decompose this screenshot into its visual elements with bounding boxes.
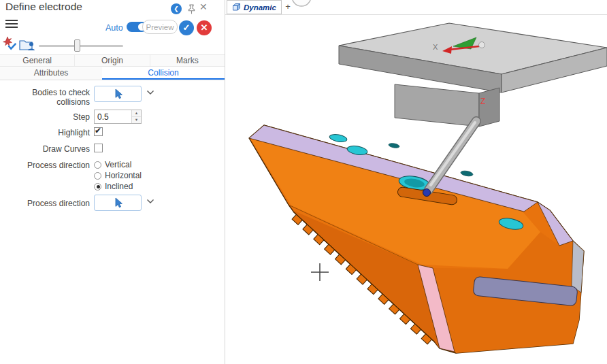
slider-handle[interactable]	[74, 39, 80, 52]
axis-x-label: X	[433, 43, 438, 51]
draw-curves-label: Draw Curves	[0, 144, 90, 154]
tool-tip	[423, 189, 431, 197]
cancel-x-icon: ✕	[201, 22, 208, 33]
slider-track	[39, 45, 123, 47]
define-electrode-panel: Define electrode ❮ ✕ Auto Preview ✓ ✕	[0, 0, 225, 364]
process-direction-label: Process direction	[0, 161, 90, 170]
electrode-hole	[461, 170, 474, 177]
app-window: Define electrode ❮ ✕ Auto Preview ✓ ✕	[0, 0, 607, 364]
spin-down-icon[interactable]: ▼	[132, 117, 141, 123]
tab-collision[interactable]: Collision	[102, 67, 225, 80]
pin-icon[interactable]	[187, 4, 196, 14]
pick-cursor-icon	[114, 88, 122, 99]
radio-vertical[interactable]: Vertical	[94, 160, 131, 169]
viewport-tab-bar: Dynamic +	[225, 0, 607, 15]
bodies-pick-button[interactable]	[94, 86, 142, 102]
tab-origin[interactable]: Origin	[75, 55, 150, 66]
process-chevron-icon[interactable]	[146, 199, 154, 204]
auto-label: Auto	[105, 23, 123, 33]
radio-horizontal-circle[interactable]	[94, 172, 101, 180]
cursor-crosshair	[311, 263, 329, 281]
spin-up-icon[interactable]: ▲	[132, 110, 141, 117]
checkmark-icon: ✔	[95, 126, 101, 135]
tab-group-sub: Attributes Collision	[0, 67, 225, 80]
edge-grey-strip	[572, 241, 584, 293]
tab-group-main: General Origin Marks	[0, 54, 225, 67]
electrode-part[interactable]	[249, 125, 584, 353]
radio-vertical-circle[interactable]	[94, 161, 101, 169]
electrode-library-icon[interactable]	[19, 38, 36, 52]
bodies-label-line2: collisions	[0, 97, 90, 107]
radio-horizontal[interactable]: Horizontal	[94, 171, 142, 180]
electrode-hole	[329, 133, 347, 143]
preview-button[interactable]: Preview	[142, 20, 178, 34]
view-compass-partial[interactable]	[289, 0, 314, 12]
highlight-label: Highlight	[0, 128, 90, 137]
cancel-button[interactable]: ✕	[197, 20, 212, 35]
collapse-panel-button[interactable]: ❮	[171, 3, 182, 14]
radio-inclined-circle[interactable]	[94, 183, 101, 191]
electrode-hole	[389, 143, 400, 149]
draw-curves-checkbox[interactable]	[94, 144, 103, 152]
step-spinner: ▲ ▼	[131, 110, 141, 123]
panel-title: Define electrode	[5, 1, 82, 13]
electrode-check-icon[interactable]	[2, 36, 19, 52]
origin-sphere	[479, 42, 485, 48]
radio-inclined[interactable]: Inclined	[94, 182, 133, 191]
tab-dynamic-label: Dynamic	[244, 3, 276, 12]
workpiece-plate[interactable]	[339, 23, 607, 93]
confirm-check-icon: ✓	[183, 22, 191, 33]
process-pick-button[interactable]	[94, 195, 142, 211]
tab-dynamic[interactable]: Dynamic	[227, 0, 282, 14]
pick-cursor-icon	[114, 197, 122, 208]
viewport-3d: X Z	[225, 15, 607, 364]
tab-marks[interactable]: Marks	[150, 55, 225, 66]
confirm-button[interactable]: ✓	[179, 20, 194, 35]
back-arrow-icon: ❮	[174, 5, 179, 12]
highlight-checkbox[interactable]: ✔	[94, 127, 103, 136]
step-field: ▲ ▼	[94, 110, 142, 124]
step-input[interactable]	[95, 110, 131, 123]
bodies-label-line1: Bodies to check	[0, 88, 90, 97]
cube-icon	[232, 3, 241, 12]
step-label: Step	[0, 112, 90, 122]
tab-general[interactable]: General	[0, 55, 75, 66]
tab-attributes[interactable]: Attributes	[0, 67, 102, 80]
close-icon[interactable]: ✕	[199, 1, 208, 12]
transparency-slider[interactable]	[39, 39, 123, 52]
process-direction2-label: Process direction	[0, 199, 90, 208]
bodies-chevron-icon[interactable]	[146, 90, 154, 95]
axis-z-label: Z	[480, 97, 485, 106]
menu-icon[interactable]	[5, 20, 18, 29]
